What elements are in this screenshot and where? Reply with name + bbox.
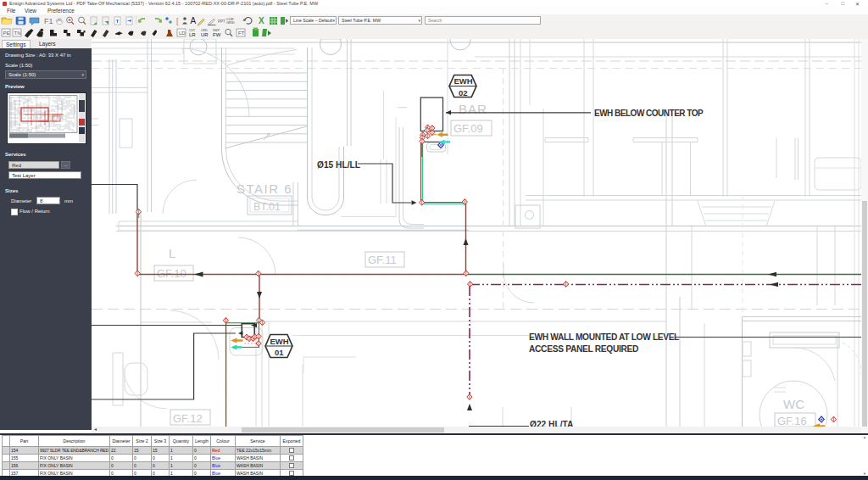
svg-text:GRID: GRID: [226, 20, 235, 25]
svg-text:F1: F1: [44, 17, 53, 25]
svg-text:A: A: [191, 16, 197, 25]
svg-text:02: 02: [459, 88, 468, 98]
svg-text:GF.11: GF.11: [368, 254, 397, 266]
svg-text:EWH WALL MOUNTED AT LOW LEVEL: EWH WALL MOUNTED AT LOW LEVEL: [529, 332, 679, 342]
svg-text:BAR: BAR: [459, 102, 487, 116]
svg-text:Ø22 HL/TA: Ø22 HL/TA: [530, 420, 574, 427]
svg-text:L: L: [169, 246, 175, 260]
svg-text:ACCESS PANEL REQUIRED: ACCESS PANEL REQUIRED: [529, 344, 638, 354]
svg-text:BT.01: BT.01: [253, 201, 281, 213]
svg-text:UR: UR: [201, 32, 209, 37]
svg-text:LR: LR: [189, 32, 196, 37]
svg-text:GF.16: GF.16: [777, 415, 807, 427]
svg-text:Ø15 HL/LL: Ø15 HL/LL: [317, 160, 360, 170]
svg-text:EWH: EWH: [270, 337, 289, 346]
svg-text:GF.10: GF.10: [157, 267, 186, 280]
svg-text:EWH BELOW COUNTER TOP: EWH BELOW COUNTER TOP: [594, 109, 704, 118]
svg-text:01: 01: [275, 348, 284, 357]
svg-text:GF.12: GF.12: [173, 412, 203, 425]
svg-text:X: X: [259, 16, 264, 25]
svg-text:GF.09: GF.09: [453, 122, 483, 135]
svg-text:TN: TN: [14, 31, 21, 36]
svg-text:PPT: PPT: [218, 20, 225, 24]
svg-text:[: [: [176, 17, 179, 25]
svg-text:EWH: EWH: [454, 76, 473, 86]
svg-text:STAIR 6: STAIR 6: [236, 181, 292, 196]
svg-text:WC: WC: [783, 397, 804, 411]
svg-text:FT: FT: [238, 31, 245, 36]
svg-text:PE: PE: [3, 31, 10, 36]
svg-text:FW: FW: [213, 32, 221, 37]
svg-text:LD: LD: [179, 31, 186, 36]
